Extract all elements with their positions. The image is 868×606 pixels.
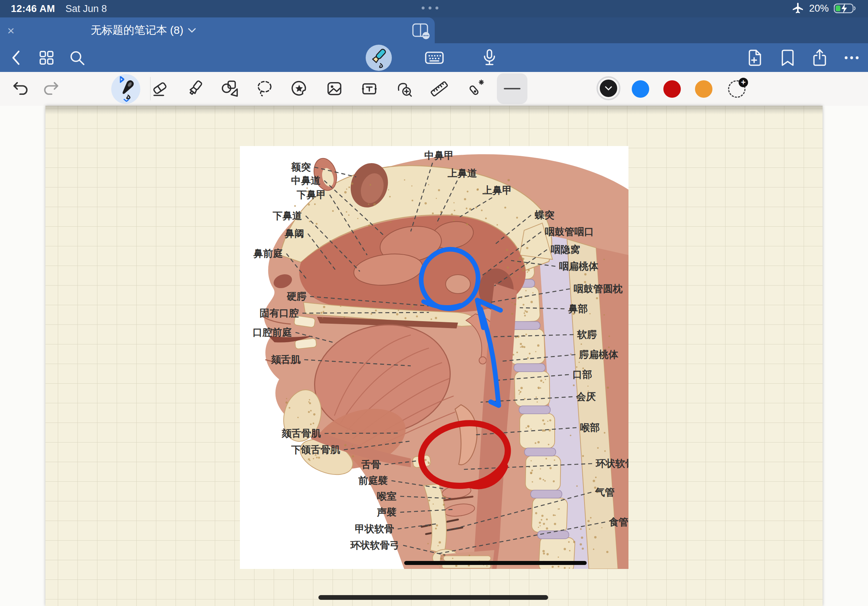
status-bar: 12:46 AM Sat Jun 8 20% xyxy=(0,0,868,17)
keyboard-button[interactable] xyxy=(425,48,443,67)
ipad-screen: 12:46 AM Sat Jun 8 20% × 无标题的笔记本 (8) xyxy=(0,0,868,606)
color-swatch-blue[interactable] xyxy=(632,80,649,98)
svg-text:声襞: 声襞 xyxy=(377,507,397,518)
more-options-button[interactable] xyxy=(842,48,861,67)
microphone-button[interactable] xyxy=(480,48,499,67)
sticker-tool[interactable] xyxy=(290,79,308,98)
zoom-pen-tool[interactable] xyxy=(395,79,414,98)
svg-text:食管: 食管 xyxy=(609,516,628,527)
svg-text:喉部: 喉部 xyxy=(580,422,600,433)
tab-bar: × 无标题的笔记本 (8) xyxy=(0,17,868,43)
color-swatch-orange[interactable] xyxy=(695,80,712,98)
image-tool[interactable] xyxy=(325,79,344,98)
svg-text:口腔前庭: 口腔前庭 xyxy=(253,327,292,338)
ruler-tool[interactable] xyxy=(429,79,448,98)
chevron-down-icon xyxy=(188,28,196,33)
shapes-tool[interactable] xyxy=(221,79,240,98)
svg-text:上鼻甲: 上鼻甲 xyxy=(482,185,512,196)
pen-tool[interactable] xyxy=(116,76,135,95)
svg-text:鼻阈: 鼻阈 xyxy=(284,228,304,239)
svg-text:中鼻道: 中鼻道 xyxy=(291,175,321,186)
highlighter-tool[interactable] xyxy=(186,79,205,98)
svg-text:咽鼓管咽口: 咽鼓管咽口 xyxy=(545,226,594,237)
undo-button[interactable] xyxy=(11,79,30,98)
anatomy-image[interactable]: 额突中鼻道下鼻甲下鼻道鼻阈鼻前庭硬腭固有口腔口腔前庭颏舌肌颏舌骨肌下颌舌骨肌舌骨… xyxy=(240,146,628,569)
svg-text:固有口腔: 固有口腔 xyxy=(259,308,299,318)
lasso-tool[interactable] xyxy=(256,79,274,98)
svg-text:软腭: 软腭 xyxy=(577,329,597,340)
notebook-title[interactable]: 无标题的笔记本 (8) xyxy=(0,17,287,43)
color-swatch-red[interactable] xyxy=(663,80,681,98)
svg-text:中鼻甲: 中鼻甲 xyxy=(425,150,454,161)
back-button[interactable] xyxy=(7,48,26,67)
text-tool[interactable] xyxy=(360,79,379,98)
svg-text:腭扁桃体: 腭扁桃体 xyxy=(579,349,618,360)
svg-text:额突: 额突 xyxy=(291,162,311,173)
note-canvas[interactable]: 额突中鼻道下鼻甲下鼻道鼻阈鼻前庭硬腭固有口腔口腔前庭颏舌肌颏舌骨肌下颌舌骨肌舌骨… xyxy=(0,106,868,606)
sidebar-panel-icon[interactable] xyxy=(410,22,432,40)
add-color-button[interactable]: + xyxy=(728,80,746,98)
figure-underline-bar xyxy=(404,561,587,565)
home-indicator[interactable] xyxy=(318,595,548,600)
svg-text:上鼻道: 上鼻道 xyxy=(448,168,477,179)
notebook-tab[interactable]: × 无标题的笔记本 (8) xyxy=(0,17,435,43)
svg-text:喉室: 喉室 xyxy=(377,491,397,502)
pen-mode-button[interactable] xyxy=(366,45,392,71)
svg-text:硬腭: 硬腭 xyxy=(287,291,307,302)
page-grid-button[interactable] xyxy=(37,48,56,67)
svg-text:蝶突: 蝶突 xyxy=(534,210,554,221)
svg-text:气管: 气管 xyxy=(595,487,615,498)
eraser-tool[interactable] xyxy=(150,79,169,98)
clock: 12:46 AM xyxy=(11,3,55,14)
pen-icon xyxy=(368,47,389,68)
svg-text:咽扁桃体: 咽扁桃体 xyxy=(559,261,599,272)
svg-text:舌骨: 舌骨 xyxy=(361,459,381,470)
svg-text:下鼻甲: 下鼻甲 xyxy=(297,189,326,200)
svg-text:颏舌骨肌: 颏舌骨肌 xyxy=(281,428,321,439)
stroke-width-thin-selected[interactable] xyxy=(497,73,527,104)
svg-text:鼻前庭: 鼻前庭 xyxy=(253,248,283,259)
date: Sat Jun 8 xyxy=(65,3,107,14)
add-page-button[interactable] xyxy=(746,48,765,67)
search-icon[interactable] xyxy=(68,48,87,67)
battery-charging-icon xyxy=(834,3,857,14)
svg-text:前庭襞: 前庭襞 xyxy=(358,475,388,486)
color-swatch-black-selected[interactable] xyxy=(597,76,620,100)
airplane-mode-icon xyxy=(792,2,804,14)
svg-text:鼻部: 鼻部 xyxy=(568,303,588,314)
share-button[interactable] xyxy=(810,48,829,67)
svg-text:下鼻道: 下鼻道 xyxy=(273,210,302,221)
redo-button[interactable] xyxy=(42,79,61,98)
main-toolbar xyxy=(0,43,868,72)
svg-text:环状软骨板: 环状软骨板 xyxy=(595,458,628,469)
laser-pointer-tool[interactable] xyxy=(465,79,484,98)
multitask-dots-icon xyxy=(422,6,439,9)
svg-text:口部: 口部 xyxy=(572,369,592,380)
svg-text:颏舌肌: 颏舌肌 xyxy=(271,354,301,365)
svg-text:会厌: 会厌 xyxy=(576,391,596,402)
chevron-down-icon xyxy=(604,86,612,91)
svg-text:咽鼓管圆枕: 咽鼓管圆枕 xyxy=(574,283,623,294)
tools-bar: + xyxy=(0,72,868,106)
page-shadow xyxy=(45,106,823,114)
svg-text:环状软骨弓: 环状软骨弓 xyxy=(350,540,400,551)
svg-text:下颌舌骨肌: 下颌舌骨肌 xyxy=(291,444,340,455)
battery-percent: 20% xyxy=(809,3,829,14)
bookmark-button[interactable] xyxy=(778,48,797,67)
svg-text:咽隐窝: 咽隐窝 xyxy=(551,244,580,255)
svg-text:甲状软骨: 甲状软骨 xyxy=(355,524,394,535)
